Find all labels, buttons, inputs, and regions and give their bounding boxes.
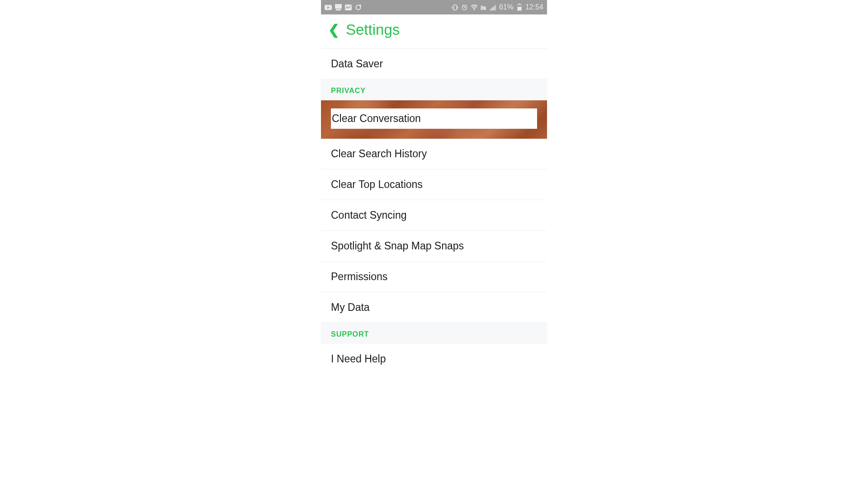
svg-rect-18 (491, 8, 493, 10)
app-icon-1 (335, 4, 342, 10)
svg-line-13 (466, 5, 467, 5)
status-icons-right: 61% 12:54 (452, 3, 543, 11)
svg-rect-23 (518, 7, 521, 10)
settings-item-spotlight-snaps[interactable]: Spotlight & Snap Map Snaps (321, 231, 547, 262)
svg-rect-19 (493, 6, 495, 10)
page-title: Settings (346, 21, 400, 38)
svg-point-14 (474, 9, 475, 10)
alarm-icon (461, 4, 468, 10)
avast-icon (354, 4, 362, 10)
svg-point-5 (359, 5, 361, 6)
status-icons-left (325, 4, 362, 10)
settings-item-data-saver[interactable]: Data Saver (321, 49, 547, 80)
settings-item-clear-conversation[interactable]: Clear Conversation (331, 108, 537, 129)
settings-item-my-data[interactable]: My Data (321, 292, 547, 323)
chart-icon (344, 4, 352, 10)
back-chevron-icon[interactable]: ❮ (328, 23, 340, 37)
svg-line-12 (462, 5, 463, 5)
youtube-icon (325, 4, 332, 10)
wifi-icon (471, 4, 478, 10)
svg-rect-20 (495, 5, 496, 10)
settings-item-clear-search-history[interactable]: Clear Search History (321, 139, 547, 169)
svg-rect-6 (453, 5, 457, 10)
status-bar: 61% 12:54 (321, 0, 547, 14)
svg-rect-2 (336, 9, 341, 10)
settings-item-clear-top-locations[interactable]: Clear Top Locations (321, 169, 547, 200)
highlight-frame: Clear Conversation (321, 100, 547, 139)
no-sim-icon (480, 4, 487, 10)
battery-percentage: 61% (499, 3, 514, 11)
svg-rect-17 (490, 9, 491, 10)
section-header-support: SUPPORT (321, 323, 547, 344)
settings-item-contact-syncing[interactable]: Contact Syncing (321, 200, 547, 231)
clock-time: 12:54 (525, 3, 543, 11)
app-header: ❮ Settings (321, 14, 547, 47)
section-header-privacy: PRIVACY (321, 80, 547, 100)
settings-item-i-need-help[interactable]: I Need Help (321, 344, 547, 374)
vibrate-icon (452, 4, 459, 10)
battery-icon (516, 4, 523, 10)
signal-icon (490, 4, 497, 10)
phone-screen: 61% 12:54 ❮ Settings Data Saver PRIVACY … (321, 0, 547, 374)
settings-item-permissions[interactable]: Permissions (321, 262, 547, 292)
svg-rect-1 (335, 4, 342, 9)
